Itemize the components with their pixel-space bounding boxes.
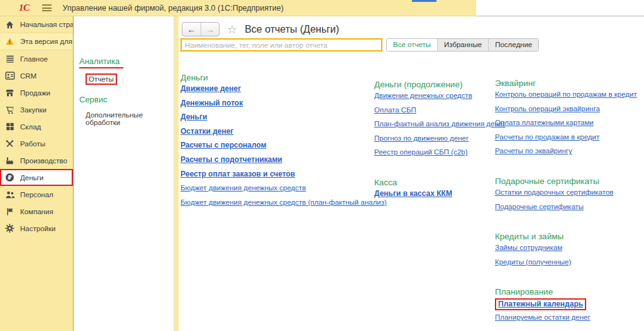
forward-button[interactable]: →	[201, 23, 219, 36]
sidebar-item-warehouse[interactable]: Склад	[0, 118, 73, 135]
settings-icon	[4, 224, 15, 234]
report-link[interactable]: Расчеты по продажам в кредит	[495, 133, 599, 141]
report-filter-tabs: Все отчетыИзбранныеПоследние	[386, 38, 539, 52]
report-link[interactable]: Остатки подарочных сертификатов	[495, 188, 613, 196]
report-link[interactable]: Прогноз по движению денег	[374, 134, 469, 142]
sidebar-item-settings[interactable]: Настройки	[0, 220, 73, 237]
panel-item-reports[interactable]: Отчеты	[86, 73, 117, 85]
report-link[interactable]: Деньги в кассах ККМ	[374, 189, 452, 198]
sidebar-item-label: Начальная страни	[20, 21, 73, 28]
report-link[interactable]: Расчеты с подотчетниками	[180, 155, 282, 164]
report-link[interactable]: Контроль операций по продажам в кредит	[495, 90, 637, 98]
purchases-icon	[4, 105, 15, 115]
report-section-title: Эквайринг	[495, 79, 644, 88]
report-link[interactable]: Бюджет движения денежных средств	[180, 184, 306, 192]
report-column: ДеньгиДвижение денегДенежный потокДеньги…	[180, 73, 370, 212]
home-icon	[4, 19, 15, 30]
annotation-box: Платежный календарь	[495, 298, 586, 310]
report-link[interactable]: Планируемые остатки денег	[495, 313, 591, 321]
report-link[interactable]: Расчеты с персоналом	[180, 141, 267, 149]
company-icon	[4, 207, 15, 217]
sidebar-item-version-warning[interactable]: Эта версия для ра	[0, 33, 73, 50]
panel-item-additional-processing[interactable]: Дополнительные обработки	[86, 111, 174, 126]
report-section: ДеньгиДвижение денегДенежный потокДеньги…	[180, 73, 370, 212]
sidebar-item-money[interactable]: ₽Деньги	[0, 169, 73, 186]
report-link[interactable]: Остатки денег	[180, 127, 233, 136]
1c-logo: 1С	[19, 3, 30, 13]
report-section-title: Планирование	[495, 287, 644, 296]
report-link[interactable]: Контроль операций эквайринга	[495, 105, 600, 112]
warehouse-icon	[4, 122, 15, 132]
sidebar-item-start-page[interactable]: Начальная страни	[0, 16, 73, 33]
sidebar-item-crm[interactable]: CRM	[0, 67, 73, 84]
page-title: Все отчеты (Деньги)	[245, 24, 339, 35]
personnel-icon	[4, 190, 15, 200]
sidebar-item-label: Эта версия для ра	[20, 38, 73, 45]
report-link[interactable]: Кредиты (полученные)	[495, 258, 571, 266]
title-bar: 1С Управление нашей фирмой, редакция 3.0…	[0, 0, 476, 16]
sidebar-item-works[interactable]: Работы	[0, 135, 73, 152]
window-title: Управление нашей фирмой, редакция 3.0 (1…	[63, 4, 284, 13]
report-link[interactable]: Подарочные сертификаты	[495, 203, 584, 210]
all-reports-view: ← → ☆ Все отчеты (Деньги) Все отчетыИзбр…	[179, 16, 644, 331]
report-section-title: Подарочные сертификаты	[495, 176, 644, 186]
report-section: Кредиты и займыЗаймы сотрудникамКредиты …	[495, 232, 644, 271]
sidebar-item-main[interactable]: Главное	[0, 50, 73, 67]
top-blue-strip	[412, 0, 436, 2]
sidebar-item-label: Продажи	[20, 89, 50, 97]
favorite-star-icon[interactable]: ☆	[227, 24, 237, 35]
report-link[interactable]: Реестр операций СБП (c2b)	[374, 148, 468, 156]
sidebar-item-label: Склад	[20, 123, 41, 131]
sidebar-item-label: Настройки	[20, 225, 55, 232]
filter-favorites[interactable]: Избранные	[437, 39, 488, 51]
report-link[interactable]: Движение денежных средств	[374, 92, 472, 99]
sidebar-item-label: Компания	[20, 208, 53, 215]
report-section: ПланированиеПлатежный календарьПланируем…	[495, 287, 644, 327]
sidebar-item-company[interactable]: Компания	[0, 203, 73, 220]
money-icon: ₽	[4, 173, 15, 183]
report-section: Деньги (продолжение)Движение денежных ср…	[374, 80, 500, 162]
report-link[interactable]: Бюджет движения денежных средств (план-ф…	[180, 198, 387, 206]
report-link[interactable]: Деньги	[180, 112, 207, 121]
report-section: Подарочные сертификатыОстатки подарочных…	[495, 176, 644, 216]
sidebar-item-production[interactable]: Производство	[0, 152, 73, 169]
report-link[interactable]: Займы сотрудникам	[495, 244, 562, 251]
crm-icon	[4, 71, 15, 81]
report-link[interactable]: Движение денег	[180, 84, 241, 93]
report-section-title: Кредиты и займы	[495, 232, 644, 241]
hamburger-menu-icon[interactable]	[42, 4, 52, 11]
report-link[interactable]: Расчеты по эквайрингу	[495, 147, 572, 155]
panel-section-title-analytics: Аналитика	[79, 57, 123, 68]
sidebar-item-label: Деньги	[20, 174, 43, 182]
report-link[interactable]: Реестр оплат заказов и счетов	[180, 170, 295, 178]
report-search-input[interactable]	[180, 38, 382, 52]
report-link[interactable]: Денежный поток	[180, 99, 243, 107]
left-sidebar: Начальная страниЭта версия для раГлавное…	[0, 16, 74, 331]
filter-all-reports[interactable]: Все отчеты	[387, 39, 437, 51]
report-section: КассаДеньги в кассах ККМ	[374, 178, 500, 203]
report-link[interactable]: Оплата СБП	[374, 106, 416, 114]
menu-lines-icon	[4, 54, 15, 64]
sidebar-item-purchases[interactable]: Закупки	[0, 101, 73, 118]
report-link[interactable]: План-фактный анализ движения денег	[374, 120, 505, 128]
panel-section-title-service: Сервис	[79, 95, 174, 104]
sidebar-item-sales[interactable]: Продажи	[0, 84, 73, 101]
sidebar-item-label: Главное	[20, 55, 48, 63]
panel-divider	[174, 16, 179, 331]
report-link[interactable]: Оплата платежными картами	[495, 119, 594, 126]
titlebar-right-spacer	[476, 0, 644, 16]
sidebar-item-label: CRM	[20, 72, 36, 80]
filter-recent[interactable]: Последние	[488, 39, 538, 51]
report-link[interactable]: Платежный календарь	[498, 300, 583, 308]
report-section-title: Касса	[374, 178, 500, 187]
history-nav: ← →	[182, 22, 219, 36]
section-panel: АналитикаОтчетыСервисДополнительные обра…	[74, 16, 174, 331]
production-icon	[4, 156, 15, 166]
report-section-title: Деньги (продолжение)	[374, 80, 500, 89]
sidebar-item-label: Производство	[20, 157, 67, 165]
sidebar-item-personnel[interactable]: Персонал	[0, 186, 73, 203]
report-column: ЭквайрингКонтроль операций по продажам в…	[495, 79, 644, 327]
report-column: Деньги (продолжение)Движение денежных ср…	[374, 80, 500, 203]
warning-icon	[4, 36, 15, 46]
back-button[interactable]: ←	[182, 23, 201, 36]
